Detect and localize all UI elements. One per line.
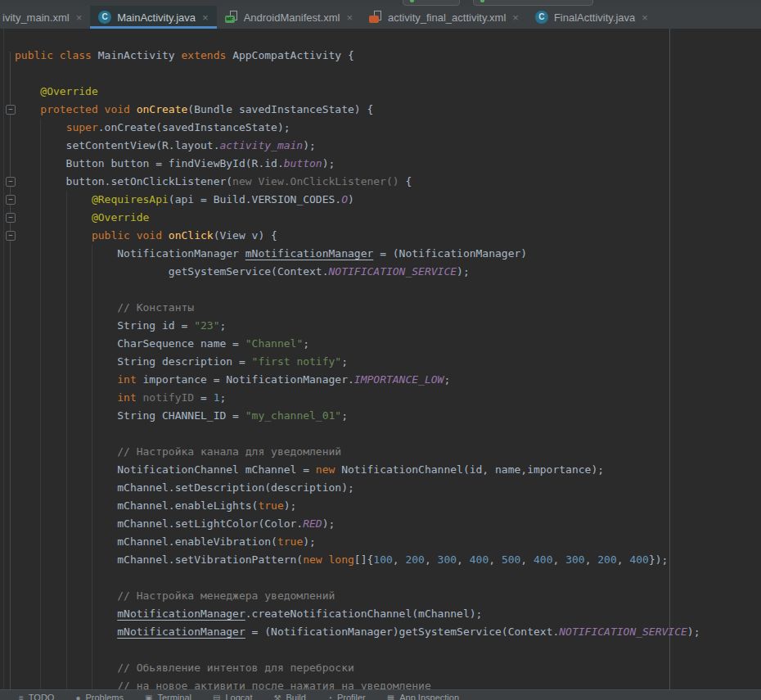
code-line[interactable]: // Настройка менеджера уведомлений bbox=[15, 587, 700, 605]
tool-window-bar: ≡TODO●Problems▣Terminal▤Logcat⚒Build◔Pro… bbox=[0, 689, 761, 700]
build-icon: ⚒ bbox=[273, 693, 281, 700]
code-fold-icon[interactable]: − bbox=[6, 177, 16, 187]
code-line[interactable]: mChannel.enableLights(true); bbox=[15, 497, 700, 515]
code-fold-icon[interactable]: − bbox=[6, 195, 16, 205]
todo-icon: ≡ bbox=[19, 693, 24, 700]
code-line[interactable]: public void onClick(View v) { bbox=[15, 227, 700, 245]
code-line[interactable]: String id = "23"; bbox=[15, 317, 700, 335]
code-line[interactable]: mNotificationManager = (NotificationMana… bbox=[15, 623, 700, 641]
device-selector-control[interactable] bbox=[473, 0, 593, 6]
tool-window-label: Profiler bbox=[337, 693, 366, 700]
tab-label: MainActivity.java bbox=[117, 11, 196, 24]
editor-tab[interactable]: CMainActivity.java× bbox=[90, 6, 216, 29]
logcat-icon: ▤ bbox=[213, 693, 220, 700]
code-line[interactable]: mChannel.setDescription(description); bbox=[15, 479, 700, 497]
code-line[interactable]: String CHANNEL_ID = "my_channel_01"; bbox=[15, 407, 700, 425]
code-line[interactable]: // Константы bbox=[15, 299, 700, 317]
code-line[interactable]: // Обьявление интентов для переброски bbox=[15, 659, 700, 677]
tab-label: FinalActtivity.java bbox=[554, 11, 635, 24]
tool-window-button-build[interactable]: ⚒Build bbox=[263, 690, 316, 700]
code-line[interactable]: @Override bbox=[15, 83, 700, 101]
tool-window-button-todo[interactable]: ≡TODO bbox=[8, 690, 65, 700]
tool-window-button-logcat[interactable]: ▤Logcat bbox=[202, 690, 263, 700]
terminal-icon: ▣ bbox=[145, 693, 152, 700]
code-line[interactable]: CharSequence name = "Channel"; bbox=[15, 335, 700, 353]
tab-label: activity_final_acttivity.xml bbox=[388, 11, 506, 24]
code-line[interactable]: mChannel.enableVibration(true); bbox=[15, 533, 700, 551]
run-configuration-control[interactable] bbox=[403, 0, 460, 6]
tool-window-label: Logcat bbox=[225, 693, 252, 700]
code-line[interactable]: mChannel.setLightColor(Color.RED); bbox=[15, 515, 700, 533]
code-line[interactable]: NotificationChannel mChannel = new Notif… bbox=[15, 461, 700, 479]
code-line[interactable]: // Настройка канала для уведомлений bbox=[15, 443, 700, 461]
tool-window-label: Build bbox=[286, 693, 305, 700]
close-tab-icon[interactable]: × bbox=[346, 11, 353, 24]
editor-tab-bar: ivity_main.xml×CMainActivity.java×MFAndr… bbox=[0, 6, 761, 29]
tool-window-label: App Inspection bbox=[399, 693, 459, 700]
code-line[interactable]: mNotificationManager.createNotificationC… bbox=[15, 605, 700, 623]
close-tab-icon[interactable]: × bbox=[76, 11, 83, 24]
code-line[interactable]: getSystemService(Context.NOTIFICATION_SE… bbox=[15, 263, 700, 281]
editor-tab[interactable]: CFinalActtivity.java× bbox=[527, 6, 656, 29]
tool-window-label: Terminal bbox=[157, 693, 191, 700]
close-tab-icon[interactable]: × bbox=[642, 11, 648, 24]
code-fold-icon[interactable]: − bbox=[6, 105, 16, 115]
tool-window-button-terminal[interactable]: ▣Terminal bbox=[134, 690, 202, 700]
app-inspection-icon: ▦ bbox=[387, 693, 394, 700]
code-line[interactable]: String description = "first notify"; bbox=[15, 353, 700, 371]
tool-window-button-app-inspection[interactable]: ▦App Inspection bbox=[376, 690, 470, 700]
run-icon bbox=[410, 0, 414, 2]
code-line[interactable] bbox=[15, 569, 700, 587]
main-toolbar-edge bbox=[0, 0, 761, 6]
editor-tab[interactable]: ivity_main.xml× bbox=[0, 6, 90, 29]
editor-tab[interactable]: MFAndroidManifest.xml× bbox=[217, 6, 361, 29]
code-fold-icon[interactable]: − bbox=[6, 213, 16, 223]
tool-window-button-profiler[interactable]: ◔Profiler bbox=[317, 690, 376, 700]
fold-connector-line bbox=[10, 52, 11, 692]
code-line[interactable] bbox=[15, 65, 700, 83]
code-line[interactable]: @RequiresApi(api = Build.VERSION_CODES.O… bbox=[15, 191, 700, 209]
code-line[interactable]: @Override bbox=[15, 209, 700, 227]
close-tab-icon[interactable]: × bbox=[512, 11, 519, 24]
profiler-icon: ◔ bbox=[327, 693, 332, 700]
code-line[interactable] bbox=[15, 425, 700, 443]
code-line[interactable]: setContentView(R.layout.activity_main); bbox=[15, 137, 700, 155]
code-text-area[interactable]: public class MainActivity extends AppCom… bbox=[15, 47, 700, 695]
code-line[interactable]: protected void onCreate(Bundle savedInst… bbox=[15, 101, 700, 119]
java-class-icon: C bbox=[535, 11, 548, 24]
tool-window-label: TODO bbox=[29, 693, 55, 700]
code-line[interactable]: NotificationManager mNotificationManager… bbox=[15, 245, 700, 263]
close-tab-icon[interactable]: × bbox=[202, 11, 209, 24]
code-line[interactable]: int notifyID = 1; bbox=[15, 389, 700, 407]
java-class-icon: C bbox=[98, 11, 111, 24]
code-line[interactable]: super.onCreate(savedInstanceState); bbox=[15, 119, 700, 137]
tab-label: AndroidManifest.xml bbox=[244, 11, 340, 24]
tool-window-label: Problems bbox=[85, 693, 123, 700]
tab-label: ivity_main.xml bbox=[2, 11, 70, 24]
tool-window-button-problems[interactable]: ●Problems bbox=[65, 690, 134, 700]
code-line[interactable]: public class MainActivity extends AppCom… bbox=[15, 47, 700, 65]
editor-tab[interactable]: activity_final_acttivity.xml× bbox=[361, 6, 527, 29]
layout-xml-file-icon bbox=[369, 11, 382, 24]
gutter-left-edge-line bbox=[3, 29, 4, 692]
problems-icon: ● bbox=[75, 693, 80, 700]
code-line[interactable]: mChannel.setVibrationPattern(new long[]{… bbox=[15, 551, 700, 569]
manifest-file-icon: MF bbox=[225, 11, 238, 24]
code-line[interactable] bbox=[15, 641, 700, 659]
code-line[interactable]: Button button = findViewById(R.id.button… bbox=[15, 155, 700, 173]
code-line[interactable]: int importance = NotificationManager.IMP… bbox=[15, 371, 700, 389]
code-fold-icon[interactable]: − bbox=[6, 231, 16, 241]
device-online-icon bbox=[480, 0, 484, 2]
code-editor[interactable]: −−−−− public class MainActivity extends … bbox=[0, 29, 761, 692]
code-line[interactable] bbox=[15, 281, 700, 299]
code-line[interactable]: button.setOnClickListener(new View.OnCli… bbox=[15, 173, 700, 191]
